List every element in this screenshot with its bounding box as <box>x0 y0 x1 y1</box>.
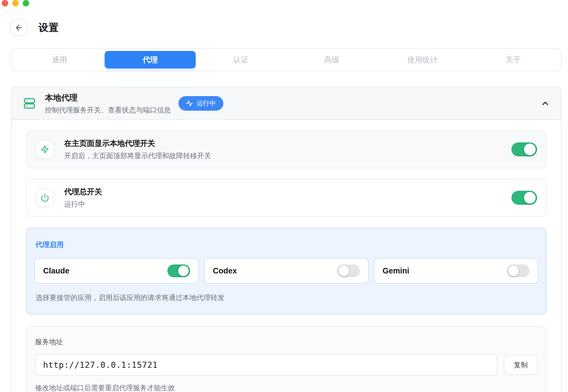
settings-tabbar: 通用 代理 认证 高级 使用统计 关于 <box>11 48 562 71</box>
app-card-gemini: Gemini <box>374 258 538 284</box>
local-proxy-section-body: 在主页面显示本地代理开关 开启后，主页面顶部将显示代理和故障转移开关 代理总开关… <box>12 120 561 392</box>
proxy-enable-hint: 选择要接管的应用，启用后该应用的请求将通过本地代理转发 <box>36 293 538 302</box>
local-proxy-section-header[interactable]: 本地代理 控制代理服务开关、查看状态与端口信息 运行中 <box>12 87 561 120</box>
proxy-enable-label: 代理启用 <box>36 240 538 249</box>
close-window-button[interactable] <box>2 0 8 6</box>
app-name-claude: Claude <box>43 266 69 276</box>
service-address-card: 服务地址 复制 修改地址或端口后需要重启代理服务才能生效 <box>26 326 546 392</box>
master-switch-title: 代理总开关 <box>64 187 102 197</box>
tab-about[interactable]: 关于 <box>468 51 559 68</box>
window-controls <box>2 0 29 6</box>
activity-pulse-icon <box>186 100 193 107</box>
app-name-codex: Codex <box>213 266 237 276</box>
claude-toggle[interactable] <box>167 264 190 277</box>
home-switch-toggle[interactable] <box>511 142 537 156</box>
toggle-knob <box>508 266 519 276</box>
master-switch-text: 代理总开关 运行中 <box>64 187 102 209</box>
gemini-toggle[interactable] <box>507 264 530 277</box>
chevron-up-icon[interactable] <box>541 99 550 108</box>
toggle-knob <box>339 266 349 276</box>
back-button[interactable] <box>10 19 27 36</box>
status-badge-label: 运行中 <box>197 99 216 108</box>
power-icon-box <box>36 188 54 207</box>
service-address-input[interactable] <box>35 354 497 376</box>
master-switch-subtitle: 运行中 <box>64 199 102 209</box>
section-subtitle: 控制代理服务开关、查看状态与端口信息 <box>45 105 171 115</box>
tab-proxy[interactable]: 代理 <box>105 51 195 68</box>
lightning-icon <box>41 145 49 154</box>
local-proxy-section: 本地代理 控制代理服务开关、查看状态与端口信息 运行中 在主页面显示本地代理开关… <box>11 87 562 392</box>
toggle-knob <box>524 144 536 155</box>
home-switch-card: 在主页面显示本地代理开关 开启后，主页面顶部将显示代理和故障转移开关 <box>26 130 546 168</box>
server-icon <box>23 97 36 110</box>
section-title: 本地代理 <box>45 92 171 103</box>
app-name-gemini: Gemini <box>383 266 409 276</box>
master-switch-card: 代理总开关 运行中 <box>26 179 546 217</box>
power-icon <box>41 193 49 202</box>
proxy-apps-row: Claude Codex Gemini <box>34 258 538 284</box>
home-switch-text: 在主页面显示本地代理开关 开启后，主页面顶部将显示代理和故障转移开关 <box>64 138 211 160</box>
zoom-window-button[interactable] <box>23 0 29 6</box>
tab-general[interactable]: 通用 <box>14 51 105 68</box>
service-address-hint: 修改地址或端口后需要重启代理服务才能生效 <box>35 383 538 392</box>
master-switch-toggle[interactable] <box>511 191 537 205</box>
service-address-row: 复制 <box>35 354 538 376</box>
arrow-left-icon <box>15 23 23 32</box>
page-title: 设置 <box>38 21 59 34</box>
tab-advanced[interactable]: 高级 <box>286 51 377 68</box>
app-card-claude: Claude <box>34 258 199 284</box>
running-status-badge[interactable]: 运行中 <box>178 96 223 111</box>
toggle-knob <box>178 266 189 276</box>
app-card-codex: Codex <box>204 258 369 284</box>
tab-auth[interactable]: 认证 <box>196 51 286 68</box>
service-address-label: 服务地址 <box>35 337 538 347</box>
page-header: 设置 <box>10 19 59 36</box>
copy-button[interactable]: 复制 <box>504 355 538 375</box>
tab-usage-stats[interactable]: 使用统计 <box>377 51 468 68</box>
codex-toggle[interactable] <box>337 264 360 277</box>
toggle-knob <box>524 192 536 204</box>
home-switch-title: 在主页面显示本地代理开关 <box>64 138 211 149</box>
section-header-text: 本地代理 控制代理服务开关、查看状态与端口信息 <box>45 92 171 115</box>
proxy-enable-card: 代理启用 Claude Codex Gemini 选择要接管的应用，启用后该应用… <box>26 228 546 315</box>
home-switch-subtitle: 开启后，主页面顶部将显示代理和故障转移开关 <box>64 151 211 160</box>
minimize-window-button[interactable] <box>12 0 19 6</box>
lightning-icon-box <box>36 140 54 159</box>
